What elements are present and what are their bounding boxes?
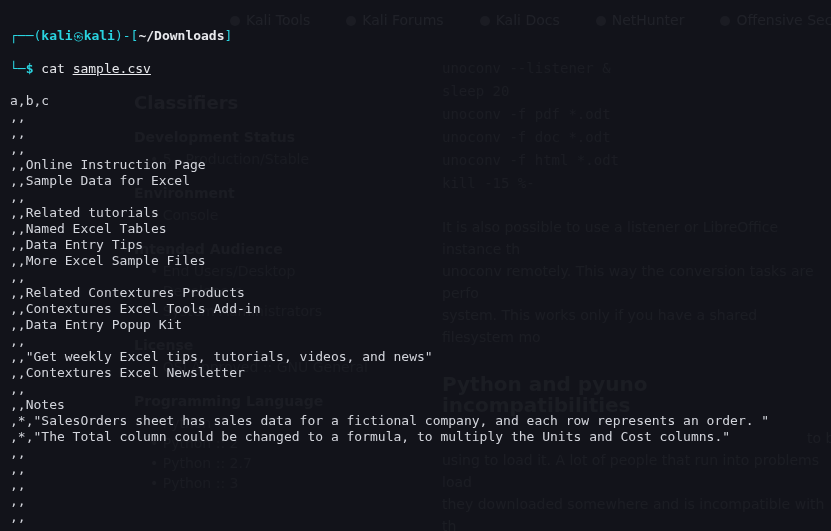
prompt-user: kali: [41, 28, 72, 43]
skull-icon: ㉿: [73, 30, 84, 43]
command-line: └─$ cat sample.csv: [10, 61, 821, 77]
command-name: cat: [41, 61, 64, 76]
terminal-window[interactable]: ┌──(kali㉿kali)-[~/Downloads] └─$ cat sam…: [0, 0, 831, 531]
terminal-output: a,b,c ,, ,, ,, ,,Online Instruction Page…: [10, 93, 821, 525]
prompt-cwd: ~/Downloads: [138, 28, 224, 43]
command-arg: sample.csv: [73, 61, 151, 76]
prompt-host: kali: [84, 28, 115, 43]
prompt-line: ┌──(kali㉿kali)-[~/Downloads]: [10, 28, 821, 45]
